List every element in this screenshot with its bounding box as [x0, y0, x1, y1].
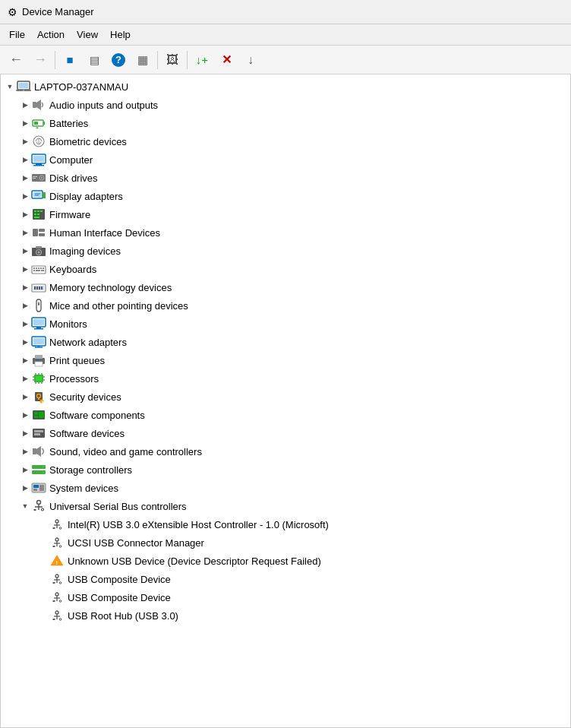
tree-item-computer[interactable]: Computer	[1, 150, 570, 169]
tree-item-security[interactable]: ★ Security devices	[1, 388, 570, 406]
tree-item-memory[interactable]: Memory technology devices	[1, 278, 570, 296]
tree-item-usb-composite-2[interactable]: USB Composite Device	[1, 588, 570, 606]
firmware-label: Firmware	[49, 209, 90, 220]
network-chevron	[19, 336, 31, 348]
tree-item-unknown-usb[interactable]: ! Unknown USB Device (Device Descriptor …	[1, 552, 570, 570]
console-root-button[interactable]: ▤	[83, 49, 106, 71]
update-driver-button[interactable]: ↓	[239, 49, 262, 71]
system-label: System devices	[49, 483, 118, 494]
svg-point-95	[43, 466, 45, 468]
window-title: Device Manager	[22, 6, 94, 17]
keyboards-label: Keyboards	[49, 264, 96, 275]
svg-rect-28	[34, 214, 36, 215]
svg-rect-33	[39, 233, 45, 236]
tree-item-usb-root-hub[interactable]: USB Root Hub (USB 3.0)	[1, 606, 570, 625]
svg-rect-82	[38, 397, 39, 400]
svg-rect-6	[43, 122, 45, 125]
disk-label: Disk drives	[49, 173, 98, 184]
svg-rect-51	[39, 286, 40, 290]
forward-button[interactable]: →	[29, 49, 52, 71]
toolbar-sep-1	[55, 51, 55, 69]
svg-rect-90	[34, 430, 43, 432]
tree-item-usb-group[interactable]: Universal Serial Bus controllers	[1, 497, 570, 515]
tree-item-usb-composite-1[interactable]: USB Composite Device	[1, 570, 570, 588]
tree-item-display[interactable]: Display adapters	[1, 187, 570, 205]
menu-file[interactable]: File	[3, 27, 31, 43]
processors-label: Processors	[49, 373, 99, 385]
help-button[interactable]: ?	[107, 49, 130, 71]
usb-group-chevron	[19, 500, 31, 512]
menu-action[interactable]: Action	[31, 27, 71, 43]
svg-point-16	[41, 177, 43, 179]
tree-item-audio[interactable]: Audio inputs and outputs	[1, 96, 570, 114]
disk-icon	[31, 170, 46, 185]
tree-item-firmware[interactable]: Firmware	[1, 205, 570, 223]
display-icon	[31, 188, 46, 204]
tree-item-network[interactable]: Network adapters	[1, 333, 570, 351]
svg-rect-100	[39, 485, 44, 491]
tree-item-ucsi[interactable]: UCSI USB Connector Manager	[1, 533, 570, 552]
svg-rect-69	[36, 376, 42, 381]
root-laptop-icon	[16, 79, 31, 94]
usb-composite-2-icon	[49, 590, 65, 605]
tree-item-biometric[interactable]: Biometric devices	[1, 132, 570, 150]
svg-rect-39	[33, 267, 35, 269]
svg-rect-37	[36, 246, 42, 248]
menu-help[interactable]: Help	[104, 27, 137, 43]
tree-item-sound[interactable]: Sound, video and game controllers	[1, 442, 570, 461]
device-tree-button[interactable]: ▦	[131, 49, 154, 71]
processors-chevron	[19, 372, 31, 385]
imaging-icon	[31, 243, 46, 258]
svg-rect-57	[36, 327, 41, 328]
computer-icon	[31, 152, 46, 167]
tree-item-software-components[interactable]: Software components	[1, 406, 570, 424]
tree-item-system[interactable]: System devices	[1, 479, 570, 497]
menu-view[interactable]: View	[71, 27, 104, 43]
svg-point-106	[55, 520, 58, 523]
tree-item-software-devices[interactable]: Software devices	[1, 424, 570, 442]
tree-item-hid[interactable]: Human Interface Devices	[1, 223, 570, 242]
svg-rect-125	[53, 600, 55, 602]
tree-item-monitors[interactable]: Monitors	[1, 315, 570, 333]
processors-icon	[31, 371, 46, 386]
svg-rect-88	[39, 412, 44, 418]
svg-rect-91	[34, 433, 40, 435]
tree-item-processors[interactable]: Processors	[1, 369, 570, 388]
svg-rect-67	[36, 359, 39, 361]
mouse-chevron	[19, 299, 31, 312]
add-hardware-button[interactable]: ↓+	[191, 49, 213, 71]
monitors-chevron	[19, 318, 31, 330]
device-tree: LAPTOP-037ANMAU Audio inputs and outputs	[1, 74, 570, 628]
monitor-button[interactable]: 🖼	[161, 49, 184, 71]
tree-item-intel-usb[interactable]: Intel(R) USB 3.0 eXtensible Host Control…	[1, 515, 570, 533]
toolbar: ← → ■ ▤ ? ▦ 🖼 ↓+ ✕ ↓	[0, 46, 571, 74]
tree-item-disk[interactable]: Disk drives	[1, 169, 570, 187]
svg-rect-65	[35, 355, 43, 359]
software-devices-icon	[31, 426, 46, 441]
svg-point-121	[59, 582, 62, 584]
back-button[interactable]: ←	[5, 49, 27, 71]
console-root-icon: ▤	[90, 54, 99, 66]
svg-rect-114	[53, 546, 55, 547]
tree-root-node[interactable]: LAPTOP-037ANMAU	[1, 78, 570, 96]
scope-button[interactable]: ■	[58, 49, 81, 71]
tree-item-imaging[interactable]: Imaging devices	[1, 242, 570, 260]
tree-item-batteries[interactable]: Batteries	[1, 114, 570, 132]
svg-rect-56	[33, 319, 44, 325]
svg-rect-4	[33, 102, 36, 108]
print-chevron	[19, 354, 31, 366]
storage-chevron	[19, 464, 31, 476]
tree-item-print[interactable]: Print queues	[1, 351, 570, 369]
tree-item-keyboards[interactable]: Keyboards	[1, 260, 570, 278]
security-label: Security devices	[49, 391, 121, 403]
svg-rect-40	[36, 267, 37, 269]
uninstall-button[interactable]: ✕	[215, 49, 238, 71]
tree-item-mouse[interactable]: Mice and other pointing devices	[1, 296, 570, 315]
tree-item-storage[interactable]: Storage controllers	[1, 461, 570, 479]
print-label: Print queues	[49, 355, 105, 366]
intel-usb-icon	[49, 517, 65, 532]
svg-rect-20	[33, 192, 41, 197]
security-icon: ★	[31, 389, 46, 404]
software-components-icon	[31, 407, 46, 423]
uninstall-icon: ✕	[222, 52, 232, 67]
